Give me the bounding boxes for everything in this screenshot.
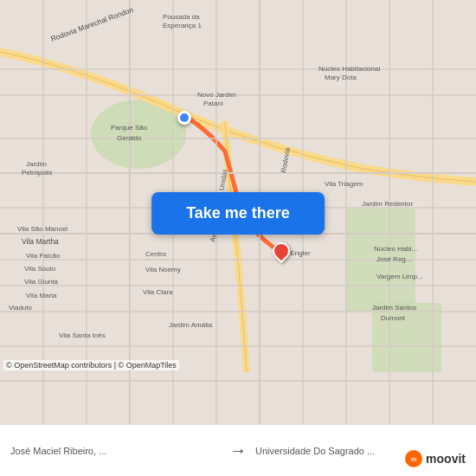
- origin-marker: [177, 111, 191, 125]
- svg-text:Jardim Amália: Jardim Amália: [169, 321, 213, 329]
- origin-label: José Maciel Ribeiro, ...: [10, 446, 221, 456]
- svg-text:Vila Falcão: Vila Falcão: [26, 252, 61, 260]
- svg-text:Vila São Manoel: Vila São Manoel: [17, 225, 68, 233]
- svg-text:Vila Souto: Vila Souto: [24, 265, 56, 273]
- svg-text:Núcleo Habi...: Núcleo Habi...: [374, 245, 417, 253]
- svg-text:Dumont: Dumont: [381, 314, 406, 322]
- moovit-logo-text: moovit: [426, 452, 466, 466]
- svg-text:Centro: Centro: [145, 250, 167, 258]
- svg-text:Mary Dota: Mary Dota: [325, 74, 357, 81]
- destination-marker: [273, 242, 290, 260]
- svg-text:Vila Maria: Vila Maria: [26, 292, 57, 299]
- moovit-logo-icon: m: [405, 450, 422, 467]
- svg-text:Jardim: Jardim: [26, 160, 47, 168]
- svg-text:Parque São: Parque São: [111, 124, 148, 132]
- svg-text:Pousada da: Pousada da: [163, 13, 200, 21]
- svg-text:Esperança 1: Esperança 1: [163, 22, 202, 29]
- svg-text:Vargem Limp...: Vargem Limp...: [376, 273, 423, 280]
- svg-text:Jardim Santos: Jardim Santos: [372, 304, 416, 312]
- take-me-there-button[interactable]: Take me there: [151, 192, 325, 235]
- svg-text:Núcleo Habitacional: Núcleo Habitacional: [318, 65, 380, 73]
- map-container[interactable]: Rodovia Marechal Rondon Pousada da Esper…: [0, 0, 476, 424]
- moovit-logo: m moovit: [405, 450, 466, 467]
- svg-text:Vila Triagem: Vila Triagem: [325, 180, 363, 188]
- bottom-bar: José Maciel Ribeiro, ... → Universidade …: [0, 424, 476, 476]
- app: Rodovia Marechal Rondon Pousada da Esper…: [0, 0, 476, 476]
- svg-text:Vila Martha: Vila Martha: [22, 237, 59, 246]
- svg-text:José Reg...: José Reg...: [376, 255, 411, 263]
- svg-text:Geraldo: Geraldo: [117, 134, 142, 142]
- svg-text:Petrópolis: Petrópolis: [22, 169, 53, 177]
- osm-attribution: © OpenStreetMap contributors | © OpenMap…: [3, 360, 179, 370]
- svg-text:Vila Santa Inês: Vila Santa Inês: [59, 331, 106, 339]
- svg-text:Vila Clara: Vila Clara: [143, 288, 173, 296]
- route-origin: José Maciel Ribeiro, ...: [10, 446, 221, 456]
- svg-text:Novo Jardim: Novo Jardim: [197, 91, 236, 99]
- svg-text:Jardim Redentor: Jardim Redentor: [362, 200, 413, 208]
- svg-text:Patani: Patani: [203, 100, 223, 107]
- svg-text:m: m: [411, 456, 416, 462]
- arrow-icon: →: [221, 441, 255, 460]
- svg-text:Viaduto: Viaduto: [9, 304, 33, 312]
- svg-rect-3: [372, 303, 441, 372]
- svg-text:Vila Giunta: Vila Giunta: [24, 278, 59, 286]
- svg-text:Vila Noemy: Vila Noemy: [145, 266, 181, 273]
